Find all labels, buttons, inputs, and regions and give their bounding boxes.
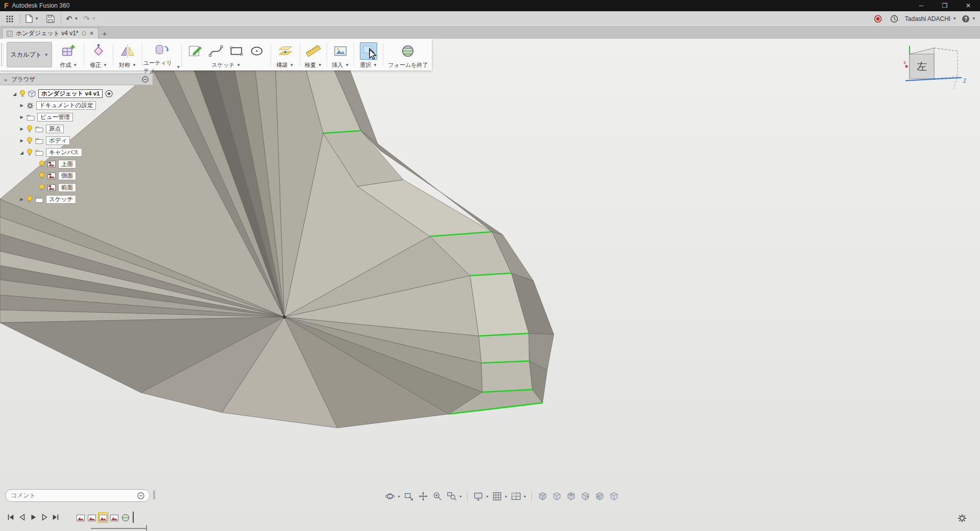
app-grid-button[interactable] [4, 13, 15, 25]
timeline-go-to-start-button[interactable] [5, 512, 16, 523]
timeline-canvas-feature-selected[interactable] [98, 513, 108, 523]
tree-item-label[interactable]: 上面 [58, 160, 76, 168]
collapse-panel-icon[interactable]: « [4, 77, 7, 83]
document-tab[interactable]: ホンダジェット v4 v1* ✕ [2, 28, 99, 39]
tree-item-label[interactable]: ビュー管理 [37, 113, 73, 122]
orbit-button[interactable] [384, 490, 396, 502]
tree-item-label[interactable]: 原点 [46, 125, 64, 133]
ribbon-group-create[interactable]: 作成▼ [54, 39, 83, 70]
visibility-bulb-icon[interactable] [39, 184, 45, 191]
sketch-spline-button[interactable] [207, 42, 225, 60]
chevron-down-icon[interactable]: ▼ [485, 495, 489, 498]
browser-options-icon[interactable] [142, 76, 149, 83]
ribbon-group-utilities[interactable]: ユーティリティ▼ [143, 39, 181, 70]
tree-item-label[interactable]: ボディ [46, 136, 70, 145]
ribbon-group-symmetry[interactable]: 対称▼ [114, 39, 141, 70]
look-at-button[interactable] [403, 490, 415, 502]
view-preset-iso-button[interactable] [536, 490, 549, 502]
collapsed-arrow-icon[interactable]: ▶ [19, 115, 24, 119]
collapsed-arrow-icon[interactable]: ▶ [19, 138, 24, 143]
sketch-rectangle-button[interactable] [228, 42, 245, 60]
timeline-canvas-feature[interactable] [87, 513, 97, 523]
mesh-face[interactable] [479, 333, 529, 363]
create-sketch-button[interactable] [187, 42, 204, 60]
visibility-bulb-icon[interactable] [27, 196, 33, 203]
chevron-down-icon[interactable]: ▼ [523, 495, 527, 498]
mesh-face[interactable] [481, 361, 532, 392]
tree-row-canvases[interactable]: ◢ キャンバス [0, 147, 153, 158]
undo-button[interactable]: ↶ ▼ [66, 14, 79, 23]
timeline-position-marker[interactable] [133, 512, 134, 523]
save-button[interactable] [45, 13, 56, 25]
help-menu[interactable]: ? ▼ [962, 15, 976, 23]
tree-row-canvas-side[interactable]: 側面 [0, 170, 153, 182]
visibility-bulb-icon[interactable] [27, 137, 33, 144]
tree-row-canvas-front[interactable]: 前面 [0, 182, 153, 194]
comment-options-icon[interactable] [137, 492, 144, 499]
expanded-arrow-icon[interactable]: ◢ [19, 150, 24, 155]
new-tab-button[interactable]: + [99, 28, 111, 39]
timeline-form-feature[interactable] [120, 513, 131, 523]
live-review-button[interactable] [872, 13, 884, 25]
timeline-step-back-button[interactable] [16, 512, 28, 523]
mesh-pole-vertex[interactable] [283, 316, 286, 319]
visibility-bulb-icon[interactable] [39, 160, 45, 168]
ribbon-group-insert[interactable]: 挿入▼ [328, 39, 353, 70]
file-menu-button[interactable]: ▼ [25, 14, 39, 23]
tree-item-label[interactable]: スケッチ [46, 195, 76, 204]
ribbon-grip[interactable] [1, 43, 4, 66]
view-preset-top-button[interactable] [565, 490, 577, 502]
chevron-down-icon[interactable]: ▼ [459, 495, 462, 498]
grid-snap-button[interactable] [491, 490, 503, 502]
activate-component-icon[interactable] [105, 90, 113, 98]
tree-item-label[interactable]: キャンバス [46, 148, 82, 157]
timeline-canvas-feature[interactable] [76, 513, 86, 523]
tree-item-label[interactable]: ホンダジェット v4 v1 [38, 89, 103, 98]
tree-row-bodies[interactable]: ▶ ボディ [0, 135, 153, 147]
pan-button[interactable] [417, 490, 429, 502]
maximize-button[interactable]: ❐ [933, 0, 957, 11]
comment-input[interactable]: コメント [5, 489, 150, 502]
view-preset-back-button[interactable] [608, 490, 620, 502]
viewports-button[interactable] [510, 490, 522, 502]
visibility-bulb-icon[interactable] [27, 125, 33, 133]
ribbon-group-sketch[interactable]: スケッチ▼ [183, 39, 269, 70]
zoom-button[interactable] [431, 490, 444, 502]
tab-close-icon[interactable]: ✕ [89, 30, 94, 37]
collapsed-arrow-icon[interactable]: ▶ [19, 197, 24, 202]
collapsed-arrow-icon[interactable]: ▶ [19, 103, 24, 108]
collapsed-arrow-icon[interactable]: ▶ [19, 127, 24, 131]
finish-form-button[interactable] [399, 42, 416, 60]
tree-row-root[interactable]: ◢ ホンダジェット v4 v1 [0, 88, 153, 100]
zoom-window-button[interactable] [446, 490, 458, 502]
user-menu[interactable]: Tadashi ADACHI ▼ [905, 15, 957, 22]
tree-item-label[interactable]: 前面 [58, 183, 76, 192]
minimize-button[interactable]: ─ [910, 0, 933, 11]
chevron-down-icon[interactable]: ▼ [397, 495, 401, 498]
view-preset-right-button[interactable] [579, 490, 592, 502]
visibility-bulb-icon[interactable] [19, 90, 26, 98]
sketch-ellipse-button[interactable] [248, 42, 265, 60]
tree-item-label[interactable]: 側面 [58, 172, 76, 180]
view-preset-left-button[interactable] [594, 490, 606, 502]
tree-row-sketches[interactable]: ▶ スケッチ [0, 194, 153, 205]
tree-row-origin[interactable]: ▶ 原点 [0, 123, 153, 135]
timeline-track[interactable] [91, 528, 146, 529]
display-settings-button[interactable] [472, 490, 484, 502]
chevron-down-icon[interactable]: ▼ [504, 495, 508, 498]
ribbon-group-modify[interactable]: 修正▼ [85, 39, 112, 70]
workspace-selector[interactable]: スカルプト ▼ [7, 42, 52, 67]
ribbon-group-inspect[interactable]: 検査▼ [301, 39, 325, 70]
timeline-canvas-feature[interactable] [109, 513, 119, 523]
timeline-go-to-end-button[interactable] [50, 512, 61, 523]
tree-item-label[interactable]: ドキュメントの設定 [36, 101, 96, 110]
timeline-step-forward-button[interactable] [39, 512, 50, 523]
tree-row-document-settings[interactable]: ▶ ドキュメントの設定 [0, 100, 153, 111]
visibility-bulb-icon[interactable] [39, 172, 45, 180]
tree-row-canvas-top[interactable]: 上面 [0, 158, 153, 170]
comment-scrollbar[interactable] [153, 490, 155, 499]
visibility-bulb-icon[interactable] [27, 149, 33, 156]
timeline-play-button[interactable] [28, 512, 39, 523]
view-cube[interactable]: 左 x Z [902, 43, 969, 96]
view-preset-front-button[interactable] [551, 490, 563, 502]
